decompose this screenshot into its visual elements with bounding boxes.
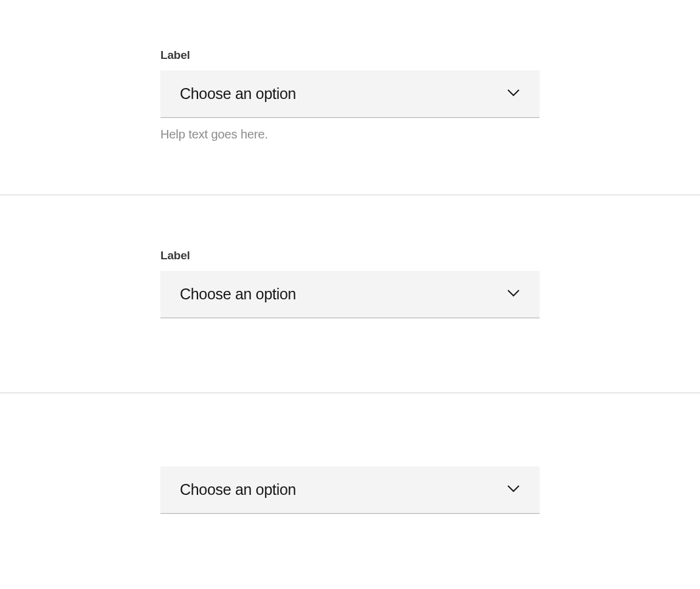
chevron-down-icon — [507, 485, 520, 495]
dropdown-placeholder: Choose an option — [180, 285, 296, 303]
dropdown-variant-with-help: Label Choose an option Help text goes he… — [0, 0, 700, 196]
dropdown-label: Label — [160, 49, 540, 62]
dropdown-select[interactable]: Choose an option — [160, 70, 540, 118]
dropdown-field-wrapper: Label Choose an option — [160, 249, 540, 318]
dropdown-label: Label — [160, 249, 540, 262]
dropdown-variant-no-label: Choose an option — [0, 393, 700, 588]
dropdown-field-wrapper: Choose an option — [160, 466, 540, 514]
dropdown-variant-no-help: Label Choose an option — [0, 196, 700, 393]
chevron-down-icon — [507, 289, 520, 300]
dropdown-placeholder: Choose an option — [180, 85, 296, 103]
dropdown-field-wrapper: Label Choose an option Help text goes he… — [160, 49, 540, 141]
dropdown-help-text: Help text goes here. — [160, 128, 540, 141]
dropdown-placeholder: Choose an option — [180, 481, 296, 499]
chevron-down-icon — [507, 89, 520, 100]
dropdown-select[interactable]: Choose an option — [160, 271, 540, 318]
dropdown-select[interactable]: Choose an option — [160, 466, 540, 514]
